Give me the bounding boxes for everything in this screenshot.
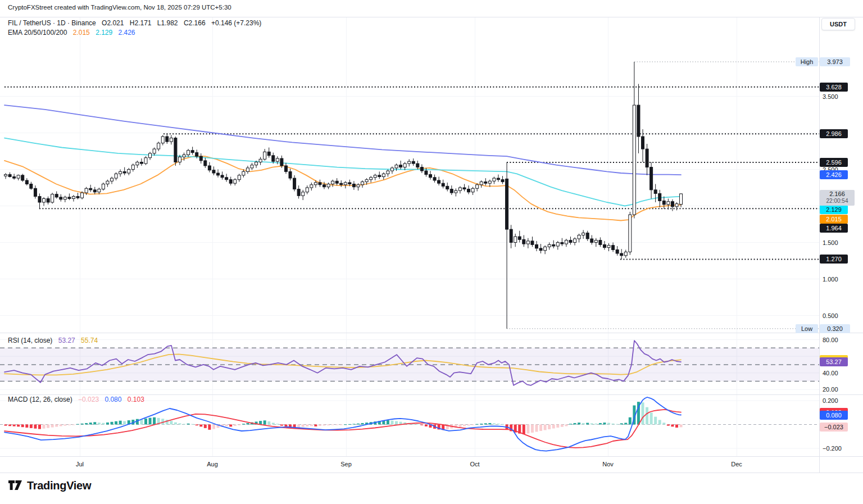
time-label-oct[interactable]: Oct — [470, 461, 479, 467]
ohlc-open: O2.021 — [102, 19, 124, 27]
macd-histogram-value: −0.023 — [78, 396, 99, 403]
macd-series — [4, 397, 683, 451]
time-label-jul[interactable]: Jul — [76, 461, 84, 467]
price-level-lines — [4, 62, 819, 329]
rsi-tick-20.00: 20.00 — [823, 385, 838, 394]
price-label-2.986: 2.986 — [820, 129, 848, 138]
price-label-2.426: 2.426 — [820, 170, 848, 179]
time-label-dec[interactable]: Dec — [731, 461, 742, 467]
symbol-info-row: FIL / TetherUS · 1D · Binance O2.021 H2.… — [8, 19, 265, 27]
low-value-label: 0.320 — [820, 324, 850, 333]
bar-countdown: 22:00:54 — [820, 198, 855, 205]
tradingview-logo[interactable]: TradingView — [8, 479, 91, 492]
pane-separators — [0, 17, 863, 473]
ohlc-change: +0.146 (+7.23%) — [211, 19, 261, 27]
price-tick-0.500: 0.500 — [823, 311, 838, 320]
macd-label-0.080: 0.080 — [820, 411, 848, 420]
ema-legend-label[interactable]: EMA 20/50/100/200 — [8, 29, 67, 37]
ema20-line — [4, 156, 681, 220]
rsi-legend-label[interactable]: RSI (14, close) — [8, 337, 52, 344]
ohlc-low: L1.982 — [157, 19, 178, 27]
high-value-label: 3.973 — [820, 57, 850, 66]
price-tick-3.500: 3.500 — [823, 92, 838, 101]
ema200-value: 2.426 — [119, 29, 135, 37]
macd-signal-value: 0.103 — [128, 396, 144, 403]
current-price-value: 2.166 — [820, 190, 855, 198]
ema200-line — [4, 105, 681, 175]
macd-line-value: 0.080 — [105, 396, 121, 403]
macd-legend-label[interactable]: MACD (12, 26, close) — [8, 396, 72, 403]
time-label-aug[interactable]: Aug — [207, 461, 218, 467]
rsi-value: 53.27 — [58, 337, 75, 344]
attribution-text: CryptoFXStreet created with TradingView.… — [8, 4, 231, 11]
time-label-sep[interactable]: Sep — [340, 461, 352, 467]
ohlc-close: C2.166 — [184, 19, 206, 27]
symbol-title[interactable]: FIL / TetherUS · 1D · Binance — [8, 19, 96, 27]
price-label-1.964: 1.964 — [820, 224, 848, 233]
rsi-tick-80.00: 80.00 — [823, 335, 838, 344]
price-label-3.628: 3.628 — [820, 83, 848, 92]
tradingview-logo-icon — [8, 479, 22, 492]
tradingview-logo-text: TradingView — [27, 479, 91, 492]
price-label-2.596: 2.596 — [820, 158, 848, 167]
chart-canvas[interactable] — [0, 0, 863, 504]
price-label-2.129: 2.129 — [820, 205, 848, 214]
tradingview-chart-window: CryptoFXStreet created with TradingView.… — [0, 0, 863, 504]
ema-legend-row: EMA 20/50/100/200 2.015 2.129 2.426 — [8, 29, 139, 37]
price-label-2.015: 2.015 — [820, 215, 848, 224]
rsi-tick-40.00: 40.00 — [823, 369, 838, 378]
price-label-1.270: 1.270 — [820, 255, 848, 264]
high-label: High — [796, 57, 818, 66]
low-label: Low — [796, 324, 818, 333]
ema-lines — [4, 105, 681, 220]
price-tick-1.500: 1.500 — [823, 238, 838, 247]
macd-label-−0.023: −0.023 — [820, 423, 848, 432]
price-tick-1.000: 1.000 — [823, 275, 838, 284]
gridlines — [0, 17, 819, 456]
current-price-label: 2.16622:00:54 — [820, 190, 855, 206]
macd-tick-−0.200: −0.200 — [823, 444, 842, 453]
macd-tick-0.200: 0.200 — [823, 396, 838, 405]
ema20-value: 2.015 — [73, 29, 90, 37]
ema50-value: 2.129 — [96, 29, 112, 37]
ema100-line — [4, 138, 681, 206]
ohlc-high: H2.171 — [130, 19, 152, 27]
rsi-ma-value: 55.74 — [81, 337, 98, 344]
rsi-legend-row: RSI (14, close) 53.27 55.74 — [8, 337, 102, 344]
time-label-nov[interactable]: Nov — [602, 461, 614, 467]
macd-legend-row: MACD (12, 26, close) −0.023 0.080 0.103 — [8, 396, 148, 403]
rsi-label-53.27: 53.27 — [820, 357, 848, 366]
